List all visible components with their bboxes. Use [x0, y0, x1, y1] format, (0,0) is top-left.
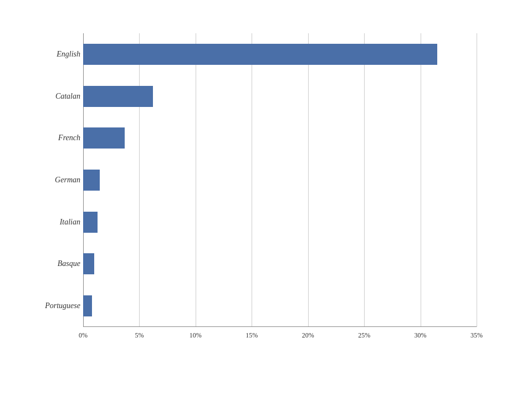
bar: [83, 253, 94, 274]
bar: [83, 212, 98, 233]
x-axis: 0%5%10%15%20%25%30%35%: [83, 327, 477, 349]
bar-row: Basque: [83, 244, 477, 283]
bar: [83, 44, 437, 65]
bar-row: Italian: [83, 203, 477, 242]
bar-label: Catalan: [22, 92, 80, 101]
chart-container: EnglishCatalanFrenchGermanItalianBasqueP…: [22, 17, 510, 382]
bar-row: Portuguese: [83, 287, 477, 325]
bar: [83, 170, 100, 191]
bar-track: [83, 295, 477, 317]
bar-label: Basque: [22, 259, 80, 268]
x-tick-label: 15%: [245, 331, 258, 340]
x-tick-label: 0%: [79, 331, 88, 340]
bar-track: [83, 43, 477, 65]
chart-area: EnglishCatalanFrenchGermanItalianBasqueP…: [83, 33, 477, 349]
x-tick-label: 30%: [415, 331, 427, 340]
bar: [83, 86, 153, 107]
bar-track: [83, 253, 477, 275]
bar-track: [83, 127, 477, 149]
bars-section: EnglishCatalanFrenchGermanItalianBasqueP…: [83, 33, 477, 327]
x-tick-label: 20%: [302, 331, 314, 340]
x-tick-label: 35%: [470, 331, 483, 340]
bar: [83, 127, 125, 149]
bar-row: German: [83, 161, 477, 200]
bar: [83, 295, 92, 316]
grid-line: [477, 33, 477, 327]
x-tick-label: 10%: [190, 331, 202, 340]
bar-label: English: [22, 50, 80, 59]
bar-track: [83, 85, 477, 108]
x-tick-label: 5%: [135, 331, 144, 340]
bar-label: German: [22, 176, 80, 185]
bar-label: Italian: [22, 218, 80, 227]
bar-row: French: [83, 119, 477, 157]
bar-label: French: [22, 134, 80, 142]
bar-row: English: [83, 35, 477, 74]
bar-label: Portuguese: [22, 301, 80, 310]
bar-track: [83, 211, 477, 233]
x-tick-label: 25%: [358, 331, 370, 340]
bar-row: Catalan: [83, 77, 477, 116]
bar-track: [83, 169, 477, 191]
